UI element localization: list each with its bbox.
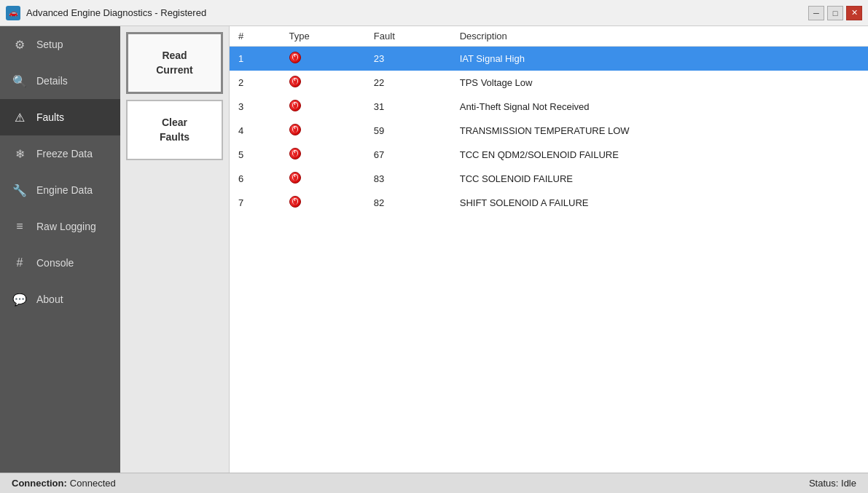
cell-type — [281, 47, 365, 71]
error-icon — [289, 124, 301, 135]
error-icon — [289, 76, 301, 87]
cell-num: 3 — [230, 95, 281, 119]
sidebar: ⚙ Setup 🔍 Details ⚠ Faults ❄ Freeze Data… — [0, 26, 120, 473]
title-bar: 🚗 Advanced Engine Diagnostics - Register… — [0, 0, 868, 26]
cell-num: 4 — [230, 119, 281, 143]
table-row[interactable]: 683TCC SOLENOID FAILURE — [230, 167, 868, 191]
table-row[interactable]: 782SHIFT SOLENOID A FAILURE — [230, 191, 868, 215]
table-row[interactable]: 567TCC EN QDM2/SOLENOID FAILURE — [230, 143, 868, 167]
search-icon: 🔍 — [12, 73, 28, 89]
clear-faults-button[interactable]: ClearFaults — [126, 100, 223, 160]
table-row[interactable]: 123IAT Signal High — [230, 47, 868, 71]
button-panel: ReadCurrent ClearFaults — [120, 26, 230, 473]
cell-num: 6 — [230, 167, 281, 191]
gear-icon: ⚙ — [12, 36, 28, 52]
error-icon — [289, 52, 301, 63]
close-button[interactable]: ✕ — [846, 6, 862, 20]
maximize-button[interactable]: □ — [827, 6, 843, 20]
cell-fault: 31 — [365, 95, 451, 119]
chat-icon: 💬 — [12, 291, 28, 307]
cell-fault: 83 — [365, 167, 451, 191]
error-icon — [289, 100, 301, 111]
sidebar-item-console[interactable]: # Console — [0, 245, 120, 281]
cell-fault: 23 — [365, 47, 451, 71]
cell-fault: 82 — [365, 191, 451, 215]
content-area: ReadCurrent ClearFaults # Type Fault Des… — [120, 26, 868, 473]
cell-num: 7 — [230, 191, 281, 215]
sidebar-label-raw-logging: Raw Logging — [36, 221, 96, 232]
sidebar-item-details[interactable]: 🔍 Details — [0, 63, 120, 99]
sidebar-label-engine-data: Engine Data — [36, 184, 93, 196]
cell-description: TCC SOLENOID FAILURE — [451, 167, 868, 191]
cell-fault: 22 — [365, 71, 451, 95]
error-icon — [289, 196, 301, 208]
sidebar-item-engine-data[interactable]: 🔧 Engine Data — [0, 172, 120, 208]
read-current-button[interactable]: ReadCurrent — [126, 32, 223, 94]
table-row[interactable]: 222TPS Voltage Low — [230, 71, 868, 95]
table-area: # Type Fault Description 123IAT Signal H… — [230, 26, 868, 473]
error-icon — [289, 148, 301, 159]
cell-type — [281, 71, 365, 95]
cell-num: 1 — [230, 47, 281, 71]
connection-value: Connected — [70, 478, 116, 489]
sidebar-item-setup[interactable]: ⚙ Setup — [0, 26, 120, 63]
app-icon: 🚗 — [6, 6, 20, 20]
sidebar-item-raw-logging[interactable]: ≡ Raw Logging — [0, 208, 120, 245]
error-icon — [289, 172, 301, 184]
sidebar-label-faults: Faults — [36, 111, 64, 123]
title-bar-left: 🚗 Advanced Engine Diagnostics - Register… — [6, 6, 206, 20]
snowflake-icon: ❄ — [12, 146, 28, 162]
window-title: Advanced Engine Diagnostics - Registered — [26, 7, 206, 18]
cell-type — [281, 143, 365, 167]
sidebar-item-faults[interactable]: ⚠ Faults — [0, 99, 120, 135]
title-bar-controls: ─ □ ✕ — [808, 6, 862, 20]
fault-table: # Type Fault Description 123IAT Signal H… — [230, 26, 868, 215]
wrench-icon: 🔧 — [12, 182, 28, 198]
minimize-button[interactable]: ─ — [808, 6, 824, 20]
cell-description: Anti-Theft Signal Not Received — [451, 95, 868, 119]
cell-description: TCC EN QDM2/SOLENOID FAILURE — [451, 143, 868, 167]
lines-icon: ≡ — [12, 218, 28, 234]
warning-icon: ⚠ — [12, 109, 28, 125]
sidebar-label-freeze-data: Freeze Data — [36, 148, 93, 159]
table-row[interactable]: 459TRANSMISSION TEMPERATURE LOW — [230, 119, 868, 143]
status-idle: Status: Idle — [809, 478, 856, 489]
sidebar-label-console: Console — [36, 257, 74, 269]
hash-icon: # — [12, 255, 28, 271]
sidebar-label-details: Details — [36, 75, 68, 87]
cell-type — [281, 167, 365, 191]
cell-num: 2 — [230, 71, 281, 95]
cell-description: TRANSMISSION TEMPERATURE LOW — [451, 119, 868, 143]
cell-num: 5 — [230, 143, 281, 167]
cell-fault: 59 — [365, 119, 451, 143]
col-header-type: Type — [281, 26, 365, 47]
col-header-fault: Fault — [365, 26, 451, 47]
sidebar-label-setup: Setup — [36, 39, 63, 50]
connection-label: Connection: — [12, 478, 67, 489]
cell-type — [281, 95, 365, 119]
table-header: # Type Fault Description — [230, 26, 868, 47]
main-layout: ⚙ Setup 🔍 Details ⚠ Faults ❄ Freeze Data… — [0, 26, 868, 473]
cell-type — [281, 191, 365, 215]
col-header-num: # — [230, 26, 281, 47]
status-bar: Connection: Connected Status: Idle — [0, 473, 868, 493]
cell-description: SHIFT SOLENOID A FAILURE — [451, 191, 868, 215]
sidebar-label-about: About — [36, 293, 63, 305]
table-row[interactable]: 331Anti-Theft Signal Not Received — [230, 95, 868, 119]
col-header-desc: Description — [451, 26, 868, 47]
cell-fault: 67 — [365, 143, 451, 167]
table-body: 123IAT Signal High222TPS Voltage Low331A… — [230, 47, 868, 216]
cell-description: TPS Voltage Low — [451, 71, 868, 95]
cell-type — [281, 119, 365, 143]
sidebar-item-freeze-data[interactable]: ❄ Freeze Data — [0, 135, 120, 172]
cell-description: IAT Signal High — [451, 47, 868, 71]
sidebar-item-about[interactable]: 💬 About — [0, 281, 120, 318]
